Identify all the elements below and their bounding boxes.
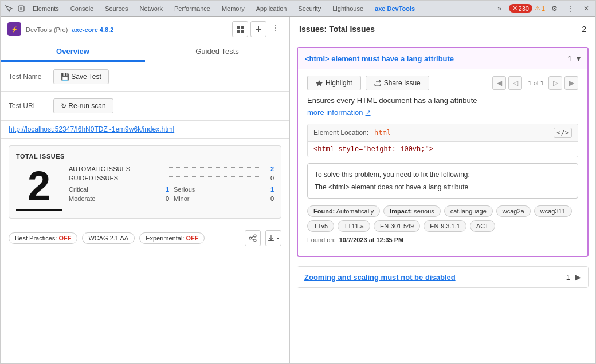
download-icon[interactable] — [265, 230, 281, 246]
moderate-row: Moderate 0 — [69, 195, 169, 202]
axe-menu-icon[interactable]: ⋮ — [269, 21, 283, 35]
grid-view-icon[interactable] — [232, 21, 248, 37]
next-issue-button[interactable]: ▷ — [548, 76, 562, 90]
tag-act: ACT — [470, 220, 495, 232]
share-label: Share Issue — [384, 79, 421, 87]
fix-title: To solve this problem, you need to fix t… — [315, 171, 571, 179]
issue-2-header[interactable]: Zooming and scaling must not be disabled… — [297, 267, 588, 287]
axe-toolbar-icons: ⋮ — [232, 21, 283, 37]
left-panel: ⚡ DevTools (Pro) axe-core 4.8.2 ⋮ — [1, 17, 290, 363]
tab-axe[interactable]: axe DevTools — [369, 1, 421, 17]
tab-sources[interactable]: Sources — [99, 1, 134, 17]
axe-badge: (Pro) — [54, 26, 68, 33]
test-url-section: Test URL ↻ Re-run scan — [1, 92, 289, 121]
tag-tt11a: TT11.a — [338, 220, 370, 232]
tab-application[interactable]: Application — [250, 1, 293, 17]
svg-rect-7 — [241, 30, 244, 33]
share-issue-button[interactable]: Share Issue — [366, 76, 429, 90]
tab-network[interactable]: Network — [134, 1, 168, 17]
right-panel: Issues: Total Issues 2 <html> element mu… — [290, 17, 595, 363]
severity-grid: Critical 1 Serious 1 Moderate — [69, 186, 274, 202]
tag-found-automatically: Found: Automatically — [307, 205, 380, 217]
minor-dots — [192, 197, 268, 197]
guided-label: GUIDED ISSUES — [69, 175, 164, 181]
tab-lighthouse[interactable]: Lighthouse — [327, 1, 369, 17]
cursor-icon[interactable] — [3, 3, 14, 14]
tab-memory[interactable]: Memory — [216, 1, 250, 17]
error-count: 230 — [519, 5, 529, 12]
dotted-line-2 — [167, 176, 262, 177]
svg-marker-16 — [316, 80, 323, 86]
dotted-line — [167, 167, 262, 168]
copy-code-icon[interactable]: </> — [554, 128, 572, 138]
critical-dots — [91, 188, 163, 188]
minor-row: Minor 0 — [174, 195, 274, 202]
automatic-label: AUTOMATIC ISSUES — [69, 165, 164, 172]
svg-rect-6 — [237, 30, 240, 33]
save-test-button[interactable]: 💾 Save Test — [53, 69, 109, 84]
guided-count: 0 — [265, 175, 274, 181]
tab-console[interactable]: Console — [65, 1, 99, 17]
issue-navigation: ◀ ◁ 1 of 1 ▷ ▶ — [492, 76, 578, 90]
settings-icon[interactable]: ⚙ — [547, 2, 561, 15]
total-issues-number: 2 — [16, 165, 62, 211]
tab-performance[interactable]: Performance — [168, 1, 216, 17]
prev-issue-button-2[interactable]: ◁ — [508, 76, 522, 90]
minor-count: 0 — [270, 195, 274, 202]
test-name-label: Test Name — [9, 73, 49, 81]
critical-label: Critical — [69, 186, 88, 193]
share-filter-icon[interactable] — [245, 230, 261, 246]
more-tabs-icon[interactable]: » — [493, 2, 507, 15]
axe-version-link[interactable]: axe-core 4.8.2 — [72, 26, 114, 33]
box-icon[interactable] — [15, 3, 27, 14]
tab-elements[interactable]: Elements — [27, 1, 65, 17]
warning-icon: ⚠ — [535, 5, 540, 12]
issue-2-count: 1 — [566, 273, 570, 282]
tab-security[interactable]: Security — [292, 1, 327, 17]
next-issue-button-2[interactable]: ▶ — [564, 76, 578, 90]
svg-rect-5 — [241, 26, 244, 29]
warning-count: 1 — [542, 5, 545, 12]
tag-cat-language: cat.language — [444, 205, 493, 217]
svg-text:⚡: ⚡ — [11, 26, 18, 33]
svg-rect-1 — [20, 7, 22, 10]
chevron-right-icon: ▶ — [575, 272, 581, 282]
moderate-count: 0 — [166, 195, 169, 202]
add-icon[interactable] — [250, 21, 266, 37]
found-on-label: Found on: — [307, 236, 336, 243]
tag-wcag2a: wcag2a — [496, 205, 531, 217]
issues-detail: AUTOMATIC ISSUES 2 GUIDED ISSUES 0 Criti… — [69, 165, 274, 211]
test-url-label: Test URL — [9, 102, 49, 110]
serious-dots — [197, 188, 268, 188]
test-name-section: Test Name 💾 Save Test — [1, 62, 289, 92]
experimental-label: Experimental: — [146, 235, 184, 242]
highlight-button[interactable]: Highlight — [307, 76, 361, 90]
experimental-value: OFF — [186, 235, 198, 242]
test-url-link[interactable]: http://localhost:52347/I6hN0TDZ~1em9w6k/… — [1, 121, 289, 139]
best-practices-filter[interactable]: Best Practices: OFF — [9, 232, 77, 244]
serious-label: Serious — [174, 186, 195, 193]
more-info-link[interactable]: more information ↗ — [307, 108, 371, 117]
vertical-dots-icon[interactable]: ⋮ — [563, 2, 577, 15]
experimental-filter[interactable]: Experimental: OFF — [139, 232, 205, 244]
issue-1-header[interactable]: <html> element must have a lang attribut… — [298, 48, 587, 69]
wcag-filter[interactable]: WCAG 2.1 AA — [82, 232, 135, 244]
issue-1-count: 1 — [568, 54, 572, 63]
close-icon[interactable]: ✕ — [579, 2, 593, 15]
highlight-icon — [316, 80, 323, 86]
test-url-row: Test URL ↻ Re-run scan — [9, 98, 281, 113]
error-count-badge: ✕ 230 — [509, 4, 532, 13]
prev-issue-button[interactable]: ◀ — [492, 76, 506, 90]
tab-guided-tests[interactable]: Guided Tests — [145, 42, 289, 62]
serious-count: 1 — [270, 186, 274, 193]
tag-en-9-3-1-1: EN-9.3.1.1 — [424, 220, 466, 232]
rerun-scan-button[interactable]: ↻ Re-run scan — [53, 98, 113, 113]
right-panel-title: Issues: Total Issues — [299, 25, 375, 34]
axe-title: DevTools (Pro) axe-core 4.8.2 — [26, 25, 113, 34]
moderate-label: Moderate — [69, 195, 95, 202]
guided-issues-row: GUIDED ISSUES 0 — [69, 175, 274, 181]
fix-item: The <html> element does not have a lang … — [315, 183, 571, 191]
tab-overview[interactable]: Overview — [1, 42, 145, 62]
chevron-down-icon: ▾ — [577, 54, 581, 63]
svg-point-11 — [249, 237, 252, 239]
